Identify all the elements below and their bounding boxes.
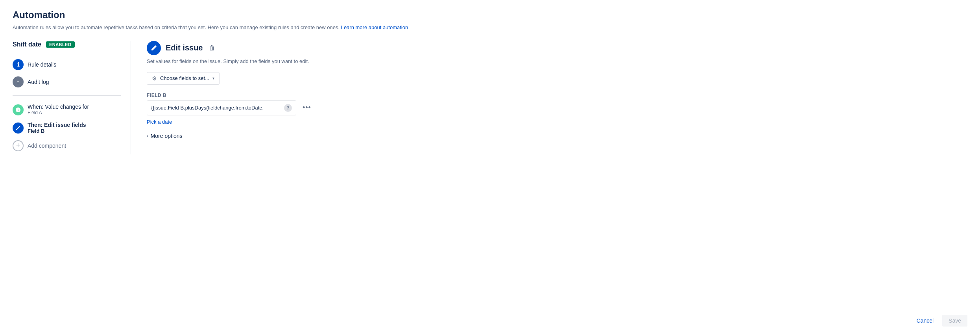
nav-item-audit-log[interactable]: ≡ Audit log [13,73,121,91]
gear-icon: ⚙ [152,75,157,82]
page-title: Automation [13,9,967,20]
choose-fields-button[interactable]: ⚙ Choose fields to set... ▾ [147,72,220,85]
rule-name-row: Shift date ENABLED [13,41,121,48]
field-input[interactable]: {{issue.Field B.plusDays(fieldchange.fro… [147,100,296,115]
info-icon: ℹ [13,59,24,70]
rule-name: Shift date [13,41,41,48]
panel-header: Edit issue 🗑 [147,41,967,55]
step-action[interactable]: Then: Edit issue fields Field B [13,119,121,137]
more-options-toggle[interactable]: › More options [147,133,967,139]
chevron-down-icon: ▾ [212,76,214,80]
panel-subtitle: Set values for fields on the issue. Simp… [147,58,967,64]
more-options-icon[interactable]: ••• [299,102,314,113]
enabled-badge: ENABLED [46,41,75,48]
page-description: Automation rules allow you to automate r… [13,24,967,32]
sidebar-divider [13,95,121,96]
step-trigger[interactable]: When: Value changes for Field A [13,100,121,119]
choose-fields-label: Choose fields to set... [160,75,209,81]
learn-more-link[interactable]: Learn more about automation [341,24,408,30]
right-panel: Edit issue 🗑 Set values for fields on th… [131,41,967,154]
audit-icon: ≡ [13,76,24,87]
add-component-icon: + [13,140,24,151]
footer-buttons: Cancel Save [912,315,967,327]
cancel-button[interactable]: Cancel [912,315,938,326]
more-options-label: More options [151,133,183,139]
nav-label-audit-log: Audit log [28,79,49,85]
trigger-icon [13,104,24,115]
action-text: Then: Edit issue fields Field B [28,122,86,134]
field-input-row: {{issue.Field B.plusDays(fieldchange.fro… [147,100,967,115]
action-icon [13,123,24,134]
nav-label-rule-details: Rule details [28,61,56,68]
panel-icon [147,41,161,55]
panel-title: Edit issue [166,43,203,52]
field-b-container: Field B {{issue.Field B.plusDays(fieldch… [147,93,967,133]
field-b-label: Field B [147,93,967,98]
add-component-item[interactable]: + Add component [13,137,121,154]
delete-icon[interactable]: 🗑 [209,45,215,52]
help-icon[interactable]: ? [284,104,292,112]
nav-item-rule-details[interactable]: ℹ Rule details [13,56,121,73]
trigger-text: When: Value changes for Field A [28,104,89,115]
pick-date-link[interactable]: Pick a date [147,119,172,125]
add-component-label: Add component [28,143,66,149]
field-input-text: {{issue.Field B.plusDays(fieldchange.fro… [151,105,282,111]
chevron-right-icon: › [147,134,148,138]
sidebar: Shift date ENABLED ℹ Rule details ≡ Audi… [13,41,131,154]
save-button[interactable]: Save [942,315,967,327]
